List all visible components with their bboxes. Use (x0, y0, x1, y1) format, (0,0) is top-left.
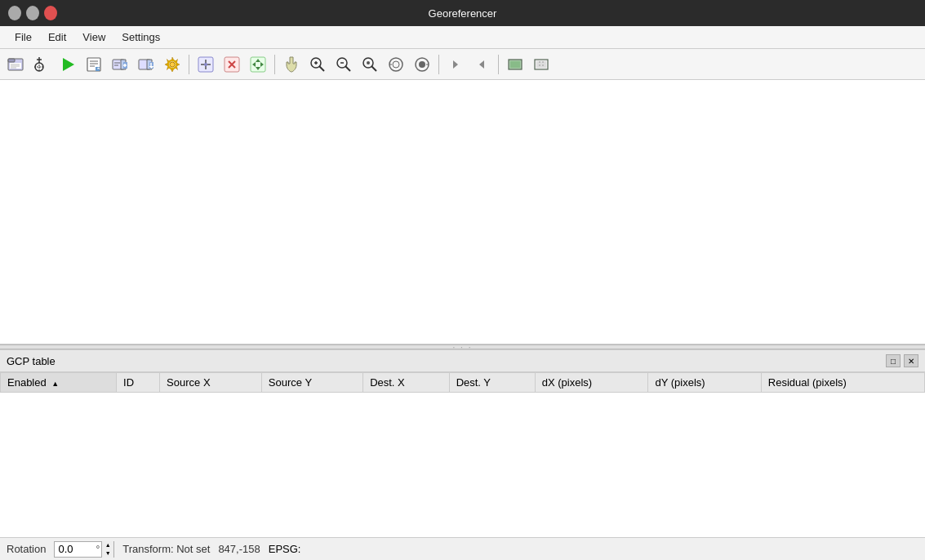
minimize-button[interactable]: − (8, 6, 21, 20)
svg-line-48 (345, 66, 350, 71)
zoom-last-button[interactable] (384, 52, 408, 77)
menu-view[interactable]: View (74, 28, 113, 47)
svg-point-33 (204, 63, 207, 66)
gcp-table: Enabled ▲ ID Source X Source Y Dest. X (0, 372, 925, 393)
statusbar: Rotation ° ▲ ▼ Transform: Not set 847,-1… (0, 537, 925, 560)
generate-gdal-button[interactable] (82, 52, 106, 77)
transform-label: Transform: Not set (122, 543, 210, 555)
svg-point-29 (171, 62, 175, 66)
gcp-header: GCP table □ ✕ (0, 349, 925, 372)
col-source-x[interactable]: Source X (160, 373, 262, 393)
toolbar-separator-3 (438, 55, 439, 74)
add-gcp-point-button[interactable] (29, 52, 54, 77)
col-source-y[interactable]: Source Y (261, 373, 362, 393)
canvas-area (0, 80, 925, 344)
menu-settings[interactable]: Settings (113, 28, 168, 47)
run-button[interactable] (56, 52, 80, 77)
zoom-to-layer-button[interactable] (358, 52, 382, 77)
zoom-in-button[interactable] (305, 52, 330, 77)
titlebar: − + × Georeferencer (0, 0, 925, 26)
col-residual[interactable]: Residual (pixels) (761, 373, 924, 393)
rotation-label: Rotation (7, 543, 46, 555)
load-gcp-button[interactable] (108, 52, 132, 77)
menu-file[interactable]: File (7, 28, 40, 47)
svg-point-50 (367, 61, 370, 64)
close-button[interactable]: × (44, 6, 57, 20)
zoom-out-button[interactable] (331, 52, 356, 77)
gcp-minimize-button[interactable]: □ (886, 354, 901, 367)
col-dy[interactable]: dY (pixels) (648, 373, 761, 393)
delete-point-button[interactable] (220, 52, 244, 77)
col-enabled[interactable]: Enabled ▲ (1, 373, 117, 393)
table-header-row: Enabled ▲ ID Source X Source Y Dest. X (1, 373, 925, 393)
svg-rect-61 (510, 61, 520, 68)
open-raster-button[interactable] (3, 52, 28, 77)
col-dest-x[interactable]: Dest. X (363, 373, 450, 393)
move-gcp-button[interactable] (246, 52, 270, 77)
svg-rect-1 (8, 59, 15, 62)
add-point-mode-button[interactable] (193, 52, 218, 77)
svg-marker-11 (63, 58, 74, 71)
gcp-controls: □ ✕ (886, 354, 918, 367)
save-gcp-button[interactable] (134, 52, 158, 77)
pan-button[interactable] (279, 52, 304, 77)
toolbar-separator-4 (498, 55, 499, 74)
col-dest-y[interactable]: Dest. Y (449, 373, 535, 393)
svg-line-51 (371, 66, 376, 71)
svg-marker-58 (453, 60, 458, 69)
col-id[interactable]: ID (117, 373, 160, 393)
rotation-spinner: ▲ ▼ (101, 541, 113, 558)
gcp-table-wrapper[interactable]: Enabled ▲ ID Source X Source Y Dest. X (0, 372, 925, 537)
toolbar-separator-1 (189, 55, 189, 74)
gcp-close-button[interactable]: ✕ (904, 354, 918, 367)
zoom-next-button[interactable] (410, 52, 434, 77)
link-qgis-button[interactable] (469, 52, 494, 77)
sort-arrow: ▲ (51, 380, 59, 388)
svg-point-56 (419, 61, 425, 68)
maximize-button[interactable]: + (26, 6, 39, 20)
menu-edit[interactable]: Edit (40, 28, 74, 47)
epsg-label: EPSG: (269, 543, 301, 555)
coords-label: 847,-158 (218, 543, 260, 555)
svg-marker-59 (479, 60, 484, 69)
gcp-table-title: GCP table (7, 355, 56, 367)
rotation-input-wrap: ° ▲ ▼ (54, 541, 114, 558)
svg-rect-63 (536, 61, 546, 68)
toolbar-separator-2 (274, 55, 275, 74)
col-dx[interactable]: dX (pixels) (535, 373, 648, 393)
rotation-input[interactable] (55, 543, 96, 555)
window-title: Georeferencer (57, 7, 868, 20)
rotation-spin-up[interactable]: ▲ (102, 541, 113, 549)
gcp-section: GCP table □ ✕ Enabled ▲ ID Source X (0, 349, 925, 537)
rotation-spin-down[interactable]: ▼ (102, 549, 113, 558)
transformation-settings-button[interactable] (160, 52, 185, 77)
full-screen-extent-button[interactable] (503, 52, 527, 77)
svg-line-45 (319, 66, 324, 71)
menubar: File Edit View Settings (0, 26, 925, 49)
svg-point-53 (393, 61, 399, 68)
rotation-unit: ° (96, 544, 101, 555)
local-histogram-button[interactable] (529, 52, 554, 77)
link-georeferencer-button[interactable] (443, 52, 468, 77)
toolbar (0, 49, 925, 80)
